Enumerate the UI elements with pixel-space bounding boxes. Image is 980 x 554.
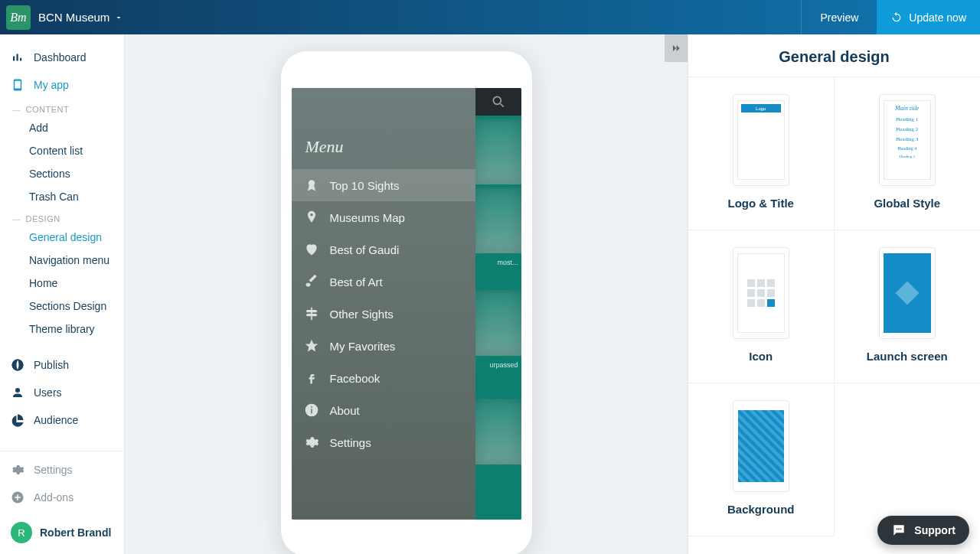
menu-title: Menu — [305, 137, 344, 157]
sidebar-item-myapp[interactable]: My app — [0, 71, 124, 99]
preview-canvas: most... urpassed Menu Top 10 Sights Muse… — [125, 34, 688, 554]
star-icon — [304, 338, 319, 354]
menu-item-favorites[interactable]: My Favorites — [292, 330, 475, 362]
tile-icon[interactable]: Icon — [688, 230, 835, 383]
pin-icon — [304, 210, 319, 225]
sidebar: Dashboard My app CONTENT Add Content lis… — [0, 34, 125, 554]
gear-icon — [304, 435, 319, 450]
globe-icon — [11, 358, 24, 372]
ribbon-icon — [304, 178, 319, 193]
tile-global-style[interactable]: Main title Heading 1 Heading 2 Heading 3… — [835, 77, 981, 230]
phone-icon — [11, 78, 24, 92]
menu-item-settings[interactable]: Settings — [292, 426, 475, 458]
menu-list: Top 10 Sights Museums Map Best of Gaudi … — [292, 169, 475, 458]
bar-chart-icon — [11, 51, 24, 64]
gear-icon — [11, 463, 24, 477]
svg-point-3 — [308, 180, 314, 186]
update-button[interactable]: Update now — [877, 0, 980, 34]
panel-title: General design — [688, 34, 980, 77]
menu-item-museumsmap[interactable]: Museums Map — [292, 201, 475, 233]
sidebar-item-sectionsdesign[interactable]: Sections Design — [0, 295, 124, 318]
content-strip: most... urpassed — [475, 116, 521, 520]
sidebar-item-settings[interactable]: Settings — [0, 456, 124, 484]
sidebar-item-contentlist[interactable]: Content list — [0, 139, 124, 162]
app-logo: Bm — [6, 5, 31, 30]
tile-logo-title[interactable]: Logo Logo & Title — [688, 77, 835, 230]
sidebar-item-users[interactable]: Users — [0, 379, 124, 406]
search-icon — [491, 94, 506, 109]
svg-point-2 — [493, 96, 501, 104]
tile-background[interactable]: Background — [688, 383, 835, 536]
collapse-panel-button[interactable] — [665, 34, 688, 62]
sidebar-group-design: DESIGN — [0, 208, 124, 226]
menu-item-art[interactable]: Best of Art — [292, 266, 475, 298]
app-name: BCN Museum — [38, 11, 109, 24]
user-name: Robert Brandl — [40, 526, 111, 539]
sidebar-item-dashboard[interactable]: Dashboard — [0, 44, 124, 71]
preview-button[interactable]: Preview — [801, 0, 877, 34]
sidebar-item-sections[interactable]: Sections — [0, 162, 124, 185]
user-icon — [11, 386, 24, 399]
menu-item-about[interactable]: About — [292, 394, 475, 426]
app-switcher[interactable]: BCN Museum — [38, 11, 123, 24]
info-icon — [304, 402, 319, 418]
pie-chart-icon — [11, 413, 24, 427]
menu-item-facebook[interactable]: Facebook — [292, 362, 475, 394]
right-panel: General design Logo Logo & Title Main ti… — [688, 34, 980, 554]
tile-launch-screen[interactable]: Launch screen — [835, 230, 981, 383]
phone-screen: most... urpassed Menu Top 10 Sights Muse… — [292, 88, 521, 520]
refresh-icon — [890, 11, 903, 24]
chat-icon — [891, 523, 906, 538]
avatar: R — [11, 522, 32, 543]
sidebar-item-publish[interactable]: Publish — [0, 351, 124, 379]
sidebar-item-navmenu[interactable]: Navigation menu — [0, 249, 124, 272]
menu-item-gaudi[interactable]: Best of Gaudi — [292, 233, 475, 266]
sidebar-item-home[interactable]: Home — [0, 272, 124, 295]
sidebar-item-trash[interactable]: Trash Can — [0, 185, 124, 208]
phone-frame: most... urpassed Menu Top 10 Sights Muse… — [281, 51, 532, 554]
sidebar-item-generaldesign[interactable]: General design — [0, 226, 124, 249]
facebook-icon — [304, 370, 319, 386]
plus-circle-icon — [11, 490, 24, 504]
support-button[interactable]: Support — [877, 516, 969, 545]
sidebar-item-audience[interactable]: Audience — [0, 406, 124, 434]
chevron-down-icon — [114, 13, 123, 22]
menu-item-other[interactable]: Other Sights — [292, 298, 475, 330]
menu-item-top10[interactable]: Top 10 Sights — [292, 169, 475, 201]
sidebar-item-add[interactable]: Add — [0, 116, 124, 139]
signpost-icon — [304, 306, 319, 321]
sidebar-item-themelibrary[interactable]: Theme library — [0, 318, 124, 341]
sidebar-group-content: CONTENT — [0, 99, 124, 116]
heart-icon — [304, 242, 319, 257]
top-bar: Bm BCN Museum Preview Update now — [0, 0, 980, 34]
search-button[interactable] — [475, 88, 521, 116]
brush-icon — [304, 274, 319, 289]
chevron-double-right-icon — [670, 42, 682, 54]
sidebar-item-addons[interactable]: Add-ons — [0, 484, 124, 511]
user-menu[interactable]: R Robert Brandl — [0, 511, 124, 546]
